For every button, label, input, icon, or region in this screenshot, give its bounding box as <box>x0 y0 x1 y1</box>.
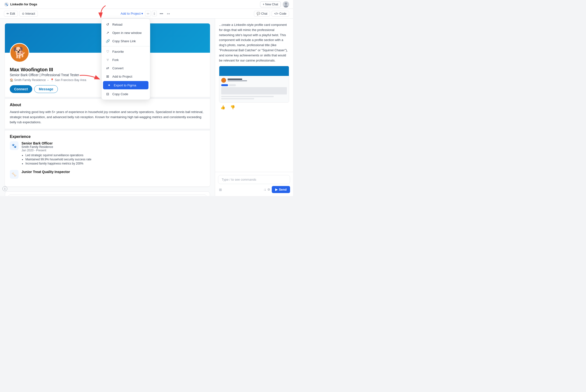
bullet-3: Increased family happiness metrics by 20… <box>26 162 91 165</box>
view-buttons: ▭ ▯ <box>145 11 157 16</box>
bullet-2: Maintained 99.9% household security succ… <box>26 158 91 161</box>
top-bar: 🐾 LinkedIn for Dogs + New Chat <box>0 0 293 9</box>
experience-title: Experience <box>10 134 205 139</box>
figma-icon: ✦ <box>107 83 111 87</box>
copy-share-label: Copy Share Link <box>112 39 136 43</box>
dropdown-copy-code[interactable]: ⊟ Copy Code <box>102 90 150 98</box>
dropdown-open-window[interactable]: ↗ Open in new window <box>102 28 150 37</box>
interact-icon: ⊙ <box>22 12 25 16</box>
right-settings-icon: ⚙ <box>267 188 270 191</box>
app-title: LinkedIn for Dogs <box>10 2 37 6</box>
code-tab-label: Code <box>279 12 286 16</box>
dropdown-add-project[interactable]: ⊞ Add to Project <box>102 72 150 80</box>
avatar[interactable] <box>283 1 289 8</box>
reload-label: Reload <box>112 23 122 26</box>
right-token-counter: -1 <box>263 188 266 191</box>
code-tab-button[interactable]: </> Code <box>272 11 289 16</box>
preview-thumbnail <box>219 66 289 102</box>
fork-label: Fork <box>112 58 119 62</box>
toolbar-right: 💬 Chat </> Code <box>254 11 289 16</box>
right-input-placeholder: Type / to see commands <box>222 178 286 181</box>
feedback-row: 👍 👎 <box>219 104 289 110</box>
export-figma-label: Export to Figma <box>114 84 136 87</box>
about-text: Award-winning good boy with 5+ years of … <box>10 110 205 125</box>
dropdown-copy-share[interactable]: 🔗 Copy Share Link <box>102 37 150 45</box>
info-button[interactable]: ℹ <box>3 186 7 191</box>
edit-label: Edit <box>10 12 15 16</box>
edit-button[interactable]: ✏ Edit <box>4 11 18 16</box>
experience-section: Experience 🐾 Senior Bark Officer Smith F… <box>5 129 210 186</box>
dropdown-fork[interactable]: ⑂ Fork <box>102 56 150 64</box>
message-prompt: ...create a LinkedIn-style profile card … <box>219 23 288 62</box>
chevron-down-icon: ▾ <box>141 12 143 16</box>
location-icon: 📍 <box>50 78 54 82</box>
edit-icon: ✏ <box>7 12 9 16</box>
dropdown-export-figma[interactable]: ✦ Export to Figma <box>103 81 149 89</box>
meta-separator <box>48 80 48 80</box>
about-section: About Award-winning good boy with 5+ yea… <box>5 97 210 129</box>
chat-tab-button[interactable]: 💬 Chat <box>254 11 270 16</box>
job-bullets-1: Led strategic squirrel surveillance oper… <box>22 154 91 165</box>
toolbar: ✏ Edit ⊙ Interact Add to Project ▾ ▭ ▯ •… <box>0 9 293 18</box>
convert-icon: ⇄ <box>106 66 110 70</box>
job-icon-1: 🐾 <box>10 141 19 150</box>
open-window-label: Open in new window <box>112 31 142 35</box>
right-input-box: Type / to see commands <box>218 175 290 184</box>
building-icon: 🏠 <box>10 78 14 82</box>
profile-avatar: 🐕 <box>10 43 29 62</box>
add-to-project-link[interactable]: Add to Project ▾ <box>121 12 143 16</box>
bullet-1: Led strategic squirrel surveillance oper… <box>26 154 91 157</box>
right-pane: ...create a LinkedIn-style profile card … <box>215 18 293 196</box>
right-send-button[interactable]: ▶ Send <box>272 186 290 193</box>
new-chat-button[interactable]: + New Chat <box>260 2 281 7</box>
dropdown-convert[interactable]: ⇄ Convert <box>102 64 150 72</box>
toolbar-left: ✏ Edit ⊙ Interact <box>4 11 38 16</box>
right-attachment-button[interactable]: ⊞ <box>218 187 223 192</box>
toolbar-center: Add to Project ▾ ▭ ▯ ••• ↦ <box>121 11 171 16</box>
job-item-1: 🐾 Senior Bark Officer Smith Family Resid… <box>10 141 205 166</box>
code-icon: </> <box>274 12 278 16</box>
expand-button[interactable]: ↦ <box>166 11 171 16</box>
profile-location: 🏠 Smith Family Residence <box>10 78 46 82</box>
chat-input-box: Type / to see commands <box>8 194 207 196</box>
interact-button[interactable]: ⊙ Interact <box>19 11 38 16</box>
mobile-view-button[interactable]: ▯ <box>152 11 157 16</box>
chat-input-area: Type / to see commands ⊞ -1 ⚙ ▶ Send <box>5 191 210 196</box>
favorite-icon: ♡ <box>106 50 110 54</box>
connect-button[interactable]: Connect <box>10 85 32 93</box>
about-title: About <box>10 103 205 107</box>
thumb-body <box>219 76 289 102</box>
dog-image: 🐕 <box>13 47 26 58</box>
message-button[interactable]: Message <box>34 85 58 93</box>
job-details-1: Senior Bark Officer Smith Family Residen… <box>22 141 91 166</box>
more-options-button[interactable]: ••• <box>159 11 164 16</box>
new-chat-label: + New Chat <box>263 3 278 6</box>
desktop-view-button[interactable]: ▭ <box>145 11 151 16</box>
job-icon-2: 🦴 <box>10 170 19 179</box>
svg-text:🐾: 🐾 <box>5 3 8 6</box>
thumb-header <box>219 66 289 76</box>
thumbs-up-button[interactable]: 👍 <box>219 104 227 110</box>
job-dates-1: Jan 2020 - Present <box>22 149 91 152</box>
right-send-label: Send <box>279 188 287 191</box>
job-details-2: Junior Treat Quality Inspector <box>22 170 70 179</box>
job-item-2: 🦴 Junior Treat Quality Inspector <box>10 170 205 179</box>
svg-point-2 <box>285 2 287 5</box>
thumbs-down-button[interactable]: 👎 <box>229 104 237 110</box>
copy-share-icon: 🔗 <box>106 39 110 43</box>
dropdown-menu: ↺ Reload ↗ Open in new window 🔗 Copy Sha… <box>101 18 150 100</box>
convert-label: Convert <box>112 66 124 70</box>
add-project-label: Add to Project <box>121 12 141 16</box>
add-project-icon: ⊞ <box>106 74 110 78</box>
dropdown-favorite[interactable]: ♡ Favorite <box>102 47 150 56</box>
app-logo-icon: 🐾 <box>4 2 9 7</box>
open-window-icon: ↗ <box>106 31 110 35</box>
reload-icon: ↺ <box>106 22 110 26</box>
svg-point-3 <box>284 5 288 8</box>
chat-icon: 💬 <box>257 12 260 16</box>
copy-code-icon: ⊟ <box>106 92 110 96</box>
add-project-label: Add to Project <box>112 75 132 78</box>
top-bar-right: + New Chat <box>260 1 289 8</box>
dropdown-reload[interactable]: ↺ Reload <box>102 20 150 28</box>
fork-icon: ⑂ <box>106 58 110 62</box>
